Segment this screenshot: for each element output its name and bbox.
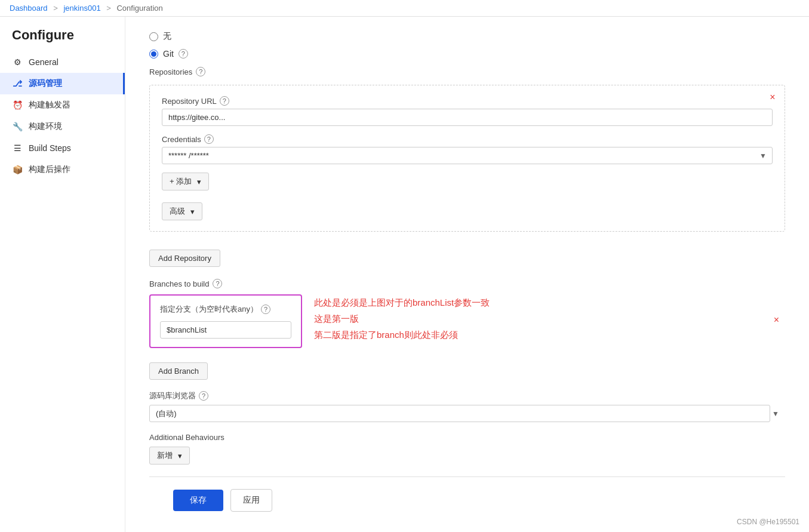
sidebar-item-source[interactable]: ⎇ 源码管理 [0, 73, 125, 94]
sidebar-label-source: 源码管理 [29, 78, 62, 89]
annotation-text: 此处是必须是上图对于的branchList参数一致 这是第一版 第二版是指定了b… [314, 294, 490, 343]
breadcrumb-job[interactable]: jenkins001 [63, 4, 100, 13]
add-branch-row: Add Branch [149, 355, 785, 380]
scm-none-label[interactable]: 无 [163, 31, 171, 42]
branch-panel: 指定分支（为空时代表any） ? [149, 294, 302, 348]
repositories-label: Repositories ? [149, 67, 785, 76]
close-branch-button[interactable]: × [774, 315, 779, 325]
sidebar-label-post-build: 构建后操作 [29, 164, 70, 175]
add-credentials-row: + 添加 ▾ [162, 173, 773, 190]
sidebar-item-post-build[interactable]: 📦 构建后操作 [0, 159, 125, 180]
add-caret-icon: ▾ [197, 177, 201, 186]
repo-url-help-icon[interactable]: ? [220, 96, 229, 106]
watermark: CSDN @He195501 [737, 518, 799, 526]
annotation-line3: 第二版是指定了branch则此处非必须 [314, 327, 490, 343]
branches-label: Branches to build ? [149, 279, 785, 288]
wrench-icon: 🔧 [12, 121, 23, 132]
repo-url-label: Repository URL ? [162, 96, 773, 106]
credentials-label: Credentials ? [162, 134, 773, 144]
annotation-line2: 这是第一版 [314, 310, 490, 327]
advanced-row: 高级 ▾ [162, 196, 773, 220]
add-branch-button[interactable]: Add Branch [149, 362, 208, 380]
branch-input[interactable] [160, 321, 291, 339]
scm-none-radio-row: 无 [149, 31, 785, 42]
branch-help-icon[interactable]: ? [261, 305, 270, 314]
credentials-group: Credentials ? ****** /****** ▼ [162, 134, 773, 164]
branch-row-outer: 指定分支（为空时代表any） ? 此处是必须是上图对于的branchList参数… [149, 294, 785, 348]
annotation-line1: 此处是必须是上图对于的branchList参数一致 [314, 294, 490, 310]
branches-help-icon[interactable]: ? [213, 279, 222, 288]
source-browser-section: 源码库浏览器 ? (自动) ▼ [149, 390, 785, 422]
new-behaviour-caret: ▾ [178, 451, 182, 460]
breadcrumb-current: Configuration [116, 4, 162, 13]
source-browser-label: 源码库浏览器 ? [149, 390, 785, 401]
sidebar-item-environment[interactable]: 🔧 构建环境 [0, 116, 125, 137]
advanced-button[interactable]: 高级 ▾ [162, 202, 202, 220]
source-browser-select-wrapper: (自动) ▼ [149, 405, 785, 422]
additional-behaviours-section: Additional Behaviours 新增 ▾ [149, 433, 785, 465]
breadcrumb: Dashboard > jenkins001 > Configuration [0, 0, 809, 17]
scm-git-radio[interactable] [149, 50, 158, 59]
git-help-icon[interactable]: ? [179, 49, 188, 59]
scm-git-radio-row: Git ? [149, 49, 785, 59]
credentials-select-wrapper: ****** /****** ▼ [162, 147, 773, 164]
scm-git-label[interactable]: Git [163, 49, 174, 59]
credentials-help-icon[interactable]: ? [204, 134, 214, 144]
repository-panel: × Repository URL ? Credentials ? [149, 85, 785, 232]
apply-button[interactable]: 应用 [230, 489, 272, 512]
branches-section: Branches to build ? 指定分支（为空时代表any） ? [149, 279, 785, 465]
sidebar-label-environment: 构建环境 [29, 121, 62, 132]
repo-url-input[interactable] [162, 109, 773, 126]
list-icon: ☰ [12, 143, 23, 153]
git-section: Repositories ? × Repository URL ? C [149, 67, 785, 465]
new-behaviour-button[interactable]: 新增 ▾ [149, 447, 190, 465]
sidebar: Configure ⚙ General ⎇ 源码管理 ⏰ 构建触发器 🔧 构建环… [0, 17, 125, 532]
advanced-caret-icon: ▾ [190, 207, 195, 216]
add-repo-button[interactable]: Add Repository [149, 250, 220, 267]
source-browser-select-arrow: ▼ [772, 410, 779, 418]
close-repo-button[interactable]: × [767, 91, 779, 103]
clock-icon: ⏰ [12, 100, 23, 110]
credentials-select[interactable]: ****** /****** [162, 147, 773, 164]
source-browser-help-icon[interactable]: ? [199, 391, 208, 401]
sidebar-item-triggers[interactable]: ⏰ 构建触发器 [0, 94, 125, 116]
branch-field-label: 指定分支（为空时代表any） ? [160, 304, 291, 315]
sidebar-item-build-steps[interactable]: ☰ Build Steps [0, 137, 125, 159]
sidebar-item-general[interactable]: ⚙ General [0, 51, 125, 73]
breadcrumb-dashboard[interactable]: Dashboard [10, 4, 48, 13]
gear-icon: ⚙ [12, 57, 23, 67]
add-credentials-button[interactable]: + 添加 ▾ [162, 173, 209, 190]
sidebar-label-general: General [29, 57, 59, 67]
main-content: 无 Git ? Repositories ? × Repository URL [125, 17, 809, 532]
scm-none-radio[interactable] [149, 32, 158, 41]
sidebar-label-build-steps: Build Steps [29, 143, 71, 153]
repositories-help-icon[interactable]: ? [196, 67, 205, 76]
branch-icon: ⎇ [12, 78, 23, 89]
box-icon: 📦 [12, 164, 23, 175]
additional-behaviours-label: Additional Behaviours [149, 433, 785, 442]
repo-url-group: Repository URL ? [162, 96, 773, 126]
save-button[interactable]: 保存 [173, 490, 223, 511]
sidebar-label-triggers: 构建触发器 [29, 100, 70, 110]
source-browser-select[interactable]: (自动) [149, 405, 770, 422]
footer: 保存 应用 [149, 476, 785, 524]
page-title: Configure [0, 17, 125, 51]
add-repo-row: Add Repository [149, 240, 785, 267]
